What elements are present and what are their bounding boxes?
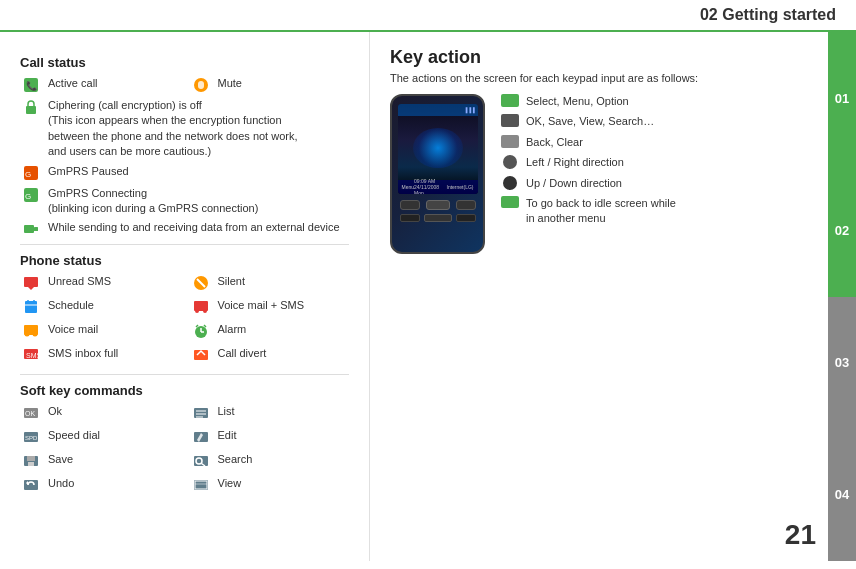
svg-rect-53 bbox=[501, 94, 519, 107]
save-row: Save bbox=[20, 452, 180, 470]
svg-point-23 bbox=[25, 332, 30, 337]
speed-dial-text: Speed dial bbox=[48, 428, 100, 443]
gmprs-paused-text: GmPRS Paused bbox=[48, 164, 129, 179]
svg-point-24 bbox=[33, 332, 38, 337]
back-key-text: Back, Clear bbox=[526, 135, 583, 150]
ud-key-text: Up / Down direction bbox=[526, 176, 622, 191]
phone-status-heading: Phone status bbox=[20, 253, 349, 268]
side-tabs: 01 02 03 04 bbox=[828, 32, 856, 561]
call-divert-icon bbox=[190, 346, 212, 364]
save-icon bbox=[20, 452, 42, 470]
key-idle-row: To go back to idle screen whilein anothe… bbox=[500, 196, 836, 227]
silent-row: Silent bbox=[190, 274, 350, 292]
key-ud-row: Up / Down direction bbox=[500, 176, 836, 191]
gmprs-paused-icon: G bbox=[20, 164, 42, 182]
key-action-title: Key action bbox=[390, 47, 836, 68]
ok-key-icon bbox=[500, 114, 520, 127]
list-row: List bbox=[190, 404, 350, 422]
key-action-list: Select, Menu, Option OK, Save, View, Sea… bbox=[500, 94, 836, 254]
page-header: 02 Getting started bbox=[0, 0, 856, 32]
tab-04[interactable]: 04 bbox=[828, 429, 856, 561]
svg-rect-15 bbox=[25, 301, 37, 313]
svg-rect-9 bbox=[24, 225, 34, 233]
sms-icon bbox=[20, 274, 42, 292]
external-device-row: While sending to and receiving data from… bbox=[20, 220, 349, 238]
svg-text:G: G bbox=[25, 192, 31, 201]
search-text: Search bbox=[218, 452, 253, 467]
page-number: 21 bbox=[785, 519, 816, 551]
right-column: Key action The actions on the screen for… bbox=[370, 32, 856, 561]
phone-left-soft-btn bbox=[400, 200, 420, 210]
phone-status-bar: ▐▐▐ bbox=[398, 104, 478, 116]
divider-2 bbox=[20, 374, 349, 375]
mute-row: Mute bbox=[190, 76, 350, 94]
divider-1 bbox=[20, 244, 349, 245]
alarm-icon bbox=[190, 322, 212, 340]
view-icon bbox=[190, 476, 212, 494]
key-ok-row: OK, Save, View, Search… bbox=[500, 114, 836, 129]
svg-point-56 bbox=[503, 155, 517, 169]
gmprs-connecting-icon: G bbox=[20, 186, 42, 204]
voicemail-icon bbox=[20, 322, 42, 340]
phone-mockup: ▐▐▐ Menu 09:09 AM24/11/2008 Mon Internet… bbox=[390, 94, 485, 254]
alarm-text: Alarm bbox=[218, 322, 247, 337]
svg-rect-4 bbox=[26, 106, 36, 114]
phone-screen-inner: ▐▐▐ Menu 09:09 AM24/11/2008 Mon Internet… bbox=[398, 104, 478, 194]
list-icon bbox=[190, 404, 212, 422]
key-lr-row: Left / Right direction bbox=[500, 155, 836, 170]
search-row: Search bbox=[190, 452, 350, 470]
active-call-row: 📞 Active call bbox=[20, 76, 180, 94]
external-device-text: While sending to and receiving data from… bbox=[48, 220, 340, 235]
call-status-top-row: 📞 Active call Mute bbox=[20, 76, 349, 98]
speed-dial-row: SPD Speed dial bbox=[20, 428, 180, 446]
ok-icon: OK bbox=[20, 404, 42, 422]
list-text: List bbox=[218, 404, 235, 419]
svg-rect-55 bbox=[501, 135, 519, 148]
gmprs-connecting-row: G GmPRS Connecting(blinking icon during … bbox=[20, 186, 349, 217]
voicemail-sms-icon bbox=[190, 298, 212, 316]
svg-point-57 bbox=[503, 176, 517, 190]
phone-active-icon: 📞 bbox=[20, 76, 42, 94]
svg-point-21 bbox=[203, 309, 207, 313]
phone-status-grid: Unread SMS Silent Schedule bbox=[20, 274, 349, 368]
tab-01[interactable]: 01 bbox=[828, 32, 856, 164]
key-select-row: Select, Menu, Option bbox=[500, 94, 836, 109]
main-content: Call status 📞 Active call Mute Ciphering… bbox=[0, 32, 856, 561]
key-action-desc: The actions on the screen for each keypa… bbox=[390, 72, 836, 84]
speed-dial-icon: SPD bbox=[20, 428, 42, 446]
voicemail-sms-text: Voice mail + SMS bbox=[218, 298, 305, 313]
view-row: View bbox=[190, 476, 350, 494]
silent-icon bbox=[190, 274, 212, 292]
select-key-icon bbox=[500, 94, 520, 107]
svg-text:📞: 📞 bbox=[26, 80, 38, 92]
back-key-icon bbox=[500, 135, 520, 148]
silent-text: Silent bbox=[218, 274, 246, 289]
ciphering-row: Ciphering (call encryption) is off(This … bbox=[20, 98, 349, 160]
schedule-icon bbox=[20, 298, 42, 316]
svg-point-20 bbox=[195, 309, 199, 313]
voicemail-row: Voice mail bbox=[20, 322, 180, 340]
sms-full-row: SMS SMS inbox full bbox=[20, 346, 180, 364]
voicemail-text: Voice mail bbox=[48, 322, 98, 337]
svg-line-29 bbox=[204, 325, 206, 327]
sms-text: Unread SMS bbox=[48, 274, 111, 289]
mute-text: Mute bbox=[218, 76, 242, 91]
save-text: Save bbox=[48, 452, 73, 467]
phone-time-bar: Menu 09:09 AM24/11/2008 Mon Internet(LG) bbox=[398, 180, 478, 194]
tab-02[interactable]: 02 bbox=[828, 164, 856, 296]
svg-text:SPD: SPD bbox=[25, 435, 38, 441]
voicemail-sms-row: Voice mail + SMS bbox=[190, 298, 350, 316]
search-soft-icon bbox=[190, 452, 212, 470]
edit-icon bbox=[190, 428, 212, 446]
svg-rect-43 bbox=[27, 456, 35, 461]
external-device-icon bbox=[20, 220, 42, 238]
svg-rect-3 bbox=[198, 81, 204, 89]
ok-key-text: OK, Save, View, Search… bbox=[526, 114, 654, 129]
undo-text: Undo bbox=[48, 476, 74, 491]
select-key-text: Select, Menu, Option bbox=[526, 94, 629, 109]
tab-03[interactable]: 03 bbox=[828, 297, 856, 429]
undo-icon bbox=[20, 476, 42, 494]
lr-key-icon bbox=[500, 155, 520, 169]
alarm-row: Alarm bbox=[190, 322, 350, 340]
phone-right-soft-btn bbox=[456, 200, 476, 210]
